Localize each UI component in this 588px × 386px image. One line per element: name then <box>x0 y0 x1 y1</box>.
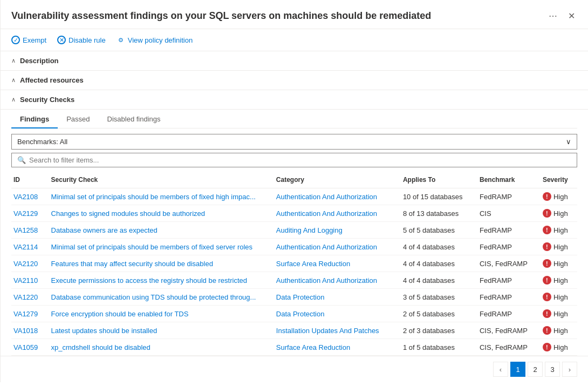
cell-applies-to: 2 of 3 databases <box>401 322 477 339</box>
exempt-label: Exempt <box>23 36 46 44</box>
tab-findings[interactable]: Findings <box>11 110 58 128</box>
policy-icon: ⚙ <box>117 36 125 44</box>
table-header-row: ID Security Check Category Applies To Be… <box>11 172 577 188</box>
cell-severity: ! High <box>541 205 577 222</box>
search-icon: 🔍 <box>17 156 26 164</box>
main-panel: Vulnerability assessment findings on you… <box>0 0 588 382</box>
cell-id: VA1220 <box>11 289 49 306</box>
severity-label: High <box>553 226 568 234</box>
cell-check: Minimal set of principals should be memb… <box>49 188 274 205</box>
table-row[interactable]: VA2129 Changes to signed modules should … <box>11 205 577 222</box>
col-benchmark: Benchmark <box>477 172 541 188</box>
benchmark-dropdown[interactable]: Benchmarks: All ∨ <box>11 134 577 150</box>
page-3-button[interactable]: 3 <box>545 362 560 377</box>
tab-disabled[interactable]: Disabled findings <box>99 110 169 128</box>
cell-id: VA2114 <box>11 239 49 255</box>
severity-label: High <box>553 343 568 351</box>
cell-category: Authentication And Authorization <box>274 188 401 205</box>
severity-icon: ! <box>543 293 551 301</box>
cell-category: Authentication And Authorization <box>274 205 401 222</box>
table-row[interactable]: VA1279 Force encryption should be enable… <box>11 306 577 322</box>
affected-resources-label: Affected resources <box>20 76 84 84</box>
cell-applies-to: 10 of 15 databases <box>401 188 477 205</box>
cell-applies-to: 3 of 5 databases <box>401 289 477 306</box>
table-row[interactable]: VA2110 Execute permissions to access the… <box>11 272 577 289</box>
cell-applies-to: 4 of 4 databases <box>401 255 477 272</box>
severity-label: High <box>553 260 568 268</box>
cell-severity: ! High <box>541 272 577 289</box>
cell-applies-to: 4 of 4 databases <box>401 272 477 289</box>
cell-benchmark: CIS, FedRAMP <box>477 255 541 272</box>
cell-benchmark: CIS <box>477 205 541 222</box>
severity-icon: ! <box>543 259 551 268</box>
page-1-button[interactable]: 1 <box>510 362 525 377</box>
cell-severity: ! High <box>541 289 577 306</box>
tabs-container: Findings Passed Disabled findings <box>11 110 577 128</box>
table-row[interactable]: VA2114 Minimal set of principals should … <box>11 239 577 255</box>
cell-check: Latest updates should be installed <box>49 322 274 339</box>
header-actions: ⋯ ✕ <box>546 10 577 22</box>
cell-benchmark: FedRAMP <box>477 289 541 306</box>
cell-severity: ! High <box>541 239 577 255</box>
close-button[interactable]: ✕ <box>566 10 577 22</box>
panel-title: Vulnerability assessment findings on you… <box>11 10 546 22</box>
cell-applies-to: 2 of 5 databases <box>401 306 477 322</box>
severity-icon: ! <box>543 326 551 335</box>
col-applies-to: Applies To <box>401 172 477 188</box>
severity-icon: ! <box>543 242 551 251</box>
severity-icon: ! <box>543 209 551 218</box>
cell-benchmark: CIS, FedRAMP <box>477 322 541 339</box>
prev-page-button[interactable]: ‹ <box>493 362 508 377</box>
cell-check: Database communication using TDS should … <box>49 289 274 306</box>
table-row[interactable]: VA1258 Database owners are as expected A… <box>11 222 577 239</box>
cell-category: Data Protection <box>274 306 401 322</box>
severity-icon: ! <box>543 309 551 318</box>
security-checks-label: Security Checks <box>20 96 74 104</box>
cell-severity: ! High <box>541 222 577 239</box>
description-chevron: ∧ <box>11 57 16 64</box>
severity-label: High <box>553 193 568 201</box>
severity-icon: ! <box>543 192 551 201</box>
cell-id: VA1279 <box>11 306 49 322</box>
cell-severity: ! High <box>541 322 577 339</box>
search-input[interactable] <box>29 156 571 164</box>
cell-severity: ! High <box>541 339 577 356</box>
cell-id: VA2120 <box>11 255 49 272</box>
security-checks-section-header[interactable]: ∧ Security Checks <box>1 90 588 110</box>
benchmark-chevron-icon: ∨ <box>566 138 571 146</box>
cell-category: Authentication And Authorization <box>274 272 401 289</box>
disable-icon: ✕ <box>57 36 66 44</box>
col-severity: Severity <box>541 172 577 188</box>
view-policy-button[interactable]: ⚙ View policy definition <box>117 33 193 46</box>
table-row[interactable]: VA2120 Features that may affect security… <box>11 255 577 272</box>
cell-benchmark: FedRAMP <box>477 222 541 239</box>
table-row[interactable]: VA2108 Minimal set of principals should … <box>11 188 577 205</box>
panel-header: Vulnerability assessment findings on you… <box>1 0 588 29</box>
table-row[interactable]: VA1220 Database communication using TDS … <box>11 289 577 306</box>
cell-id: VA1059 <box>11 339 49 356</box>
severity-icon: ! <box>543 343 551 351</box>
benchmark-label: Benchmarks: All <box>17 138 67 146</box>
table-row[interactable]: VA1018 Latest updates should be installe… <box>11 322 577 339</box>
cell-applies-to: 5 of 5 databases <box>401 222 477 239</box>
disable-rule-button[interactable]: ✕ Disable rule <box>57 33 106 46</box>
pagination: ‹ 1 2 3 › <box>1 356 588 382</box>
description-section-header[interactable]: ∧ Description <box>1 51 588 71</box>
exempt-button[interactable]: ✓ Exempt <box>11 33 46 46</box>
findings-table: ID Security Check Category Applies To Be… <box>11 172 577 356</box>
cell-benchmark: FedRAMP <box>477 272 541 289</box>
cell-check: Minimal set of principals should be memb… <box>49 239 274 255</box>
affected-resources-section-header[interactable]: ∧ Affected resources <box>1 71 588 90</box>
table-row[interactable]: VA1059 xp_cmdshell should be disabled Su… <box>11 339 577 356</box>
severity-icon: ! <box>543 276 551 285</box>
next-page-button[interactable]: › <box>562 362 577 377</box>
tab-passed[interactable]: Passed <box>58 110 98 128</box>
more-options-button[interactable]: ⋯ <box>546 10 559 22</box>
cell-applies-to: 8 of 13 databases <box>401 205 477 222</box>
cell-benchmark: FedRAMP <box>477 306 541 322</box>
page-2-button[interactable]: 2 <box>528 362 543 377</box>
description-label: Description <box>20 57 59 65</box>
col-category: Category <box>274 172 401 188</box>
cell-applies-to: 1 of 5 databases <box>401 339 477 356</box>
search-box: 🔍 <box>11 153 577 167</box>
